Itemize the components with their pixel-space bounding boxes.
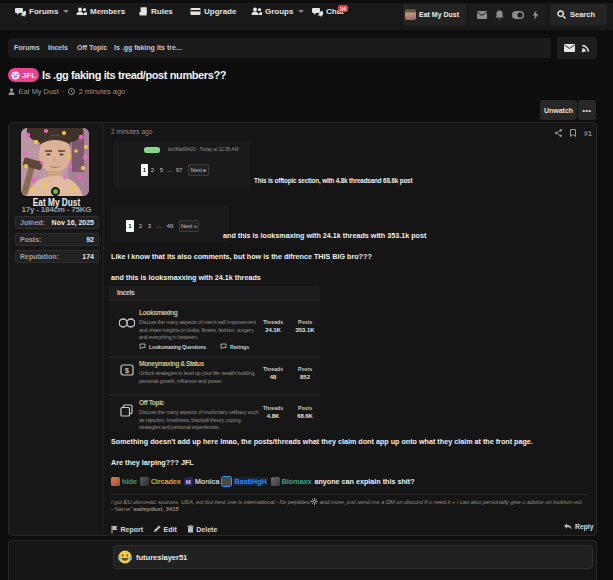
svg-text:$: $ [125,367,129,375]
